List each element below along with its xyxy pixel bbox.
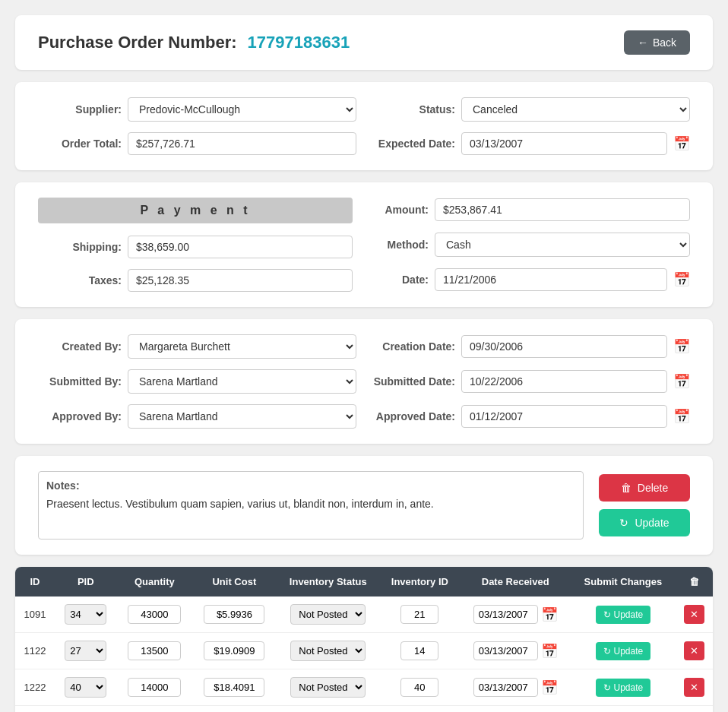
- cell-pid-1122: 27: [55, 633, 117, 669]
- unit-cost-input-1091[interactable]: [204, 605, 264, 624]
- unit-cost-input-1122[interactable]: [204, 641, 264, 660]
- delete-row-button-1222[interactable]: ✕: [684, 678, 704, 697]
- taxes-input[interactable]: [128, 269, 353, 292]
- pid-select-1091[interactable]: 34: [65, 604, 106, 625]
- payment-date-input[interactable]: [435, 268, 667, 291]
- update-row-button-1122[interactable]: ↻ Update: [596, 642, 651, 660]
- cell-date-received-1122: 📅: [460, 633, 571, 669]
- cell-inventory-id-1091: [380, 596, 460, 633]
- inventory-status-select-1222[interactable]: Not Posted Posted: [290, 677, 366, 698]
- method-select[interactable]: Cash Check Credit Card Wire Transfer: [435, 233, 690, 257]
- date-calendar-icon-1091[interactable]: 📅: [541, 606, 558, 623]
- created-by-group: Created By: Margareta Burchett: [38, 334, 356, 359]
- creation-date-input[interactable]: [461, 335, 667, 358]
- status-group: Status: Canceled Active Pending Complete…: [372, 97, 690, 122]
- table-row: 1091 34 Not Posted: [15, 596, 713, 633]
- creation-date-calendar-icon[interactable]: 📅: [673, 338, 690, 355]
- col-unit-cost: Unit Cost: [192, 567, 277, 596]
- table-card: ID PID Quantity Unit Cost Inventory Stat…: [15, 567, 713, 712]
- update-main-label: Update: [635, 517, 669, 529]
- expected-date-input[interactable]: [461, 132, 667, 155]
- table-row: 1222 40 Not Posted: [15, 669, 713, 706]
- cell-inventory-status-1122: Not Posted Posted: [277, 633, 380, 669]
- date-calendar-icon-1122[interactable]: 📅: [541, 643, 558, 660]
- notes-content: Notes: Praesent lectus. Vestibulum quam …: [38, 471, 584, 540]
- approved-date-calendar-icon[interactable]: 📅: [673, 408, 690, 425]
- submit-actions-1122: ↻ Update: [577, 642, 669, 660]
- inventory-status-select-1122[interactable]: Not Posted Posted: [290, 641, 366, 661]
- submitted-date-calendar-icon[interactable]: 📅: [673, 373, 690, 390]
- inventory-status-select-1091[interactable]: Not Posted Posted: [290, 604, 366, 625]
- update-row-icon-1222: ↻: [603, 682, 611, 693]
- update-main-button[interactable]: ↻ Update: [599, 509, 690, 536]
- order-total-input[interactable]: [128, 132, 356, 155]
- table-row: 1122 27 Not Posted: [15, 633, 713, 669]
- approved-date-input[interactable]: [461, 405, 667, 428]
- unit-cost-input-1222[interactable]: [204, 678, 264, 697]
- cell-date-received-1091: 📅: [460, 596, 571, 633]
- notes-actions: Notes: Praesent lectus. Vestibulum quam …: [38, 471, 690, 540]
- created-by-select[interactable]: Margareta Burchett: [128, 334, 356, 359]
- approved-by-select[interactable]: Sarena Martland: [128, 404, 356, 429]
- cell-inventory-id-1122: [380, 633, 460, 669]
- pid-select-1122[interactable]: 27: [65, 641, 106, 661]
- payment-date-calendar-icon[interactable]: 📅: [673, 271, 690, 288]
- method-label: Method:: [375, 239, 429, 251]
- inventory-id-input-1122[interactable]: [400, 641, 438, 660]
- taxes-label: Taxes:: [38, 274, 122, 286]
- shipping-input[interactable]: [128, 236, 353, 258]
- table-header: ID PID Quantity Unit Cost Inventory Stat…: [15, 567, 713, 596]
- inventory-id-input-1222[interactable]: [400, 678, 438, 697]
- created-by-row: Created By: Margareta Burchett Creation …: [38, 334, 690, 359]
- cell-delete-1222: ✕: [675, 669, 713, 706]
- creation-date-label: Creation Date:: [372, 340, 455, 353]
- supplier-select[interactable]: Predovic-McCullough: [128, 97, 356, 122]
- approved-date-group: Approved Date: 📅: [372, 405, 690, 428]
- delete-button[interactable]: 🗑 Delete: [599, 474, 690, 502]
- submitted-by-select[interactable]: Sarena Martland: [128, 369, 356, 394]
- cell-unit-cost-1091: [192, 596, 277, 633]
- amount-group: Amount:: [375, 198, 690, 222]
- shipping-row: Shipping:: [38, 236, 353, 258]
- cell-pid-1222: 40: [55, 669, 117, 706]
- update-row-button-1091[interactable]: ↻ Update: [596, 606, 651, 624]
- status-label: Status:: [372, 103, 455, 116]
- inventory-id-input-1091[interactable]: [400, 605, 438, 624]
- page-wrapper: Purchase Order Number: 17797183631 ← Bac…: [15, 15, 713, 712]
- delete-row-button-1091[interactable]: ✕: [684, 605, 704, 624]
- back-label: Back: [653, 36, 676, 49]
- order-total-group: Order Total:: [38, 132, 356, 155]
- delete-row-button-1122[interactable]: ✕: [684, 641, 704, 660]
- col-date-received: Date Received: [460, 567, 571, 596]
- quantity-input-1122[interactable]: [128, 641, 181, 660]
- submit-actions-1091: ↻ Update: [577, 606, 669, 624]
- quantity-input-1222[interactable]: [128, 678, 181, 697]
- col-pid: PID: [55, 567, 117, 596]
- expected-date-calendar-icon[interactable]: 📅: [673, 135, 690, 152]
- date-calendar-icon-1222[interactable]: 📅: [541, 679, 558, 696]
- date-input-1091[interactable]: [473, 605, 538, 624]
- col-id: ID: [15, 567, 55, 596]
- submitted-by-group: Submitted By: Sarena Martland: [38, 369, 356, 394]
- notes-text: Praesent lectus. Vestibulum quam sapien,…: [46, 496, 575, 512]
- pid-select-1222[interactable]: 40: [65, 677, 106, 698]
- payment-card: P a y m e n t Shipping: Taxes:: [15, 182, 713, 307]
- amount-input[interactable]: [435, 198, 690, 221]
- approved-by-label: Approved By:: [38, 410, 122, 422]
- cell-id-1122: 1122: [15, 633, 55, 669]
- date-cell-1222: 📅: [466, 678, 565, 697]
- approval-card: Created By: Margareta Burchett Creation …: [15, 319, 713, 444]
- empty-cell: [15, 706, 713, 713]
- date-input-1222[interactable]: [473, 678, 538, 697]
- submitted-date-input[interactable]: [461, 370, 667, 393]
- order-total-label: Order Total:: [38, 138, 122, 150]
- back-button[interactable]: ← Back: [624, 30, 690, 55]
- cell-quantity-1122: [117, 633, 192, 669]
- header-card: Purchase Order Number: 17797183631 ← Bac…: [15, 15, 713, 70]
- update-row-button-1222[interactable]: ↻ Update: [596, 679, 651, 697]
- date-input-1122[interactable]: [473, 641, 538, 660]
- quantity-input-1091[interactable]: [128, 605, 181, 624]
- cell-delete-1122: ✕: [675, 633, 713, 669]
- status-select[interactable]: Canceled Active Pending Completed: [461, 97, 690, 122]
- update-row-icon-1122: ↻: [603, 646, 611, 657]
